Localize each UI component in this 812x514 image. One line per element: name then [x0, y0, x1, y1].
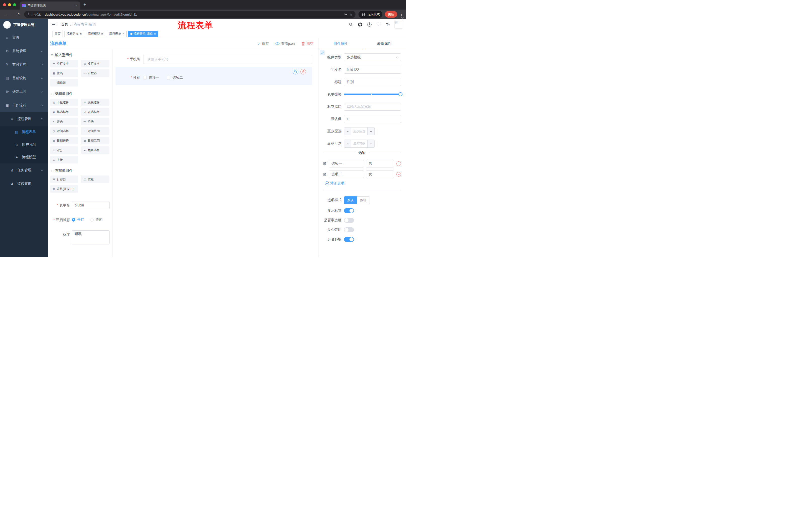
radio-on[interactable]: 开启	[72, 218, 84, 222]
close-icon[interactable]: ×	[80, 32, 82, 35]
tab-form-props[interactable]: 表单属性	[362, 38, 406, 49]
add-option-button[interactable]: + 添加选项	[325, 181, 401, 186]
field-gender-selected[interactable]: 性别 选项一 选项二	[116, 67, 312, 85]
option-value-input[interactable]	[366, 170, 394, 178]
palette-item-counter[interactable]: 123计数器	[81, 70, 109, 77]
palette-item-upload[interactable]: ↥上传	[50, 156, 78, 163]
palette-item-button[interactable]: ◫按钮	[81, 175, 109, 183]
bookmark-star-icon[interactable]: ☆	[349, 12, 352, 16]
palette-item-time-range[interactable]: ◔时间范围	[81, 127, 109, 135]
font-size-icon[interactable]: TT	[384, 21, 392, 28]
view-json-button[interactable]: 查看json	[276, 42, 295, 46]
sidebar-item-process-management[interactable]: ≣ 流程管理	[0, 112, 48, 126]
grid-slider[interactable]	[344, 90, 401, 98]
tab-close-icon[interactable]: ×	[76, 4, 78, 7]
required-switch[interactable]	[344, 237, 354, 242]
drag-handle-icon[interactable]	[323, 172, 327, 176]
decrease-button[interactable]: −	[344, 140, 351, 147]
option-label-input[interactable]	[329, 170, 364, 178]
sidebar-item-task-management[interactable]: ⋔ 任务管理	[0, 163, 48, 177]
default-value-input[interactable]	[344, 115, 401, 123]
close-icon[interactable]: ×	[101, 32, 103, 35]
tag-process-definition[interactable]: 流程定义 ×	[64, 31, 84, 37]
checkbox-option1[interactable]: 选项一	[143, 76, 159, 80]
radio-off[interactable]: 关闭	[90, 218, 103, 222]
remove-option-button[interactable]: −	[397, 172, 401, 177]
palette-item-editor[interactable]: 编辑器	[50, 79, 78, 86]
avatar[interactable]	[395, 20, 403, 29]
increase-button[interactable]: +	[367, 140, 374, 147]
min-select-placeholder[interactable]: 至少应选	[351, 128, 367, 135]
component-type-select[interactable]: 多选框组	[344, 53, 401, 61]
url-text[interactable]: dashboard.yudao.iocoder.cn/bpm/manager/f…	[45, 12, 342, 16]
style-default-button[interactable]: 默认	[344, 196, 357, 204]
palette-item-row-container[interactable]: ⊞行容器	[50, 175, 78, 183]
field-name-input[interactable]	[344, 65, 401, 74]
palette-item-checkbox-group[interactable]: ☑多选框组	[81, 108, 109, 116]
palette-item-password[interactable]: ▣密码	[50, 70, 78, 77]
sidebar-item-payment-management[interactable]: ¥ 支付管理	[0, 58, 48, 72]
maximize-window-button[interactable]	[13, 3, 16, 6]
style-button-button[interactable]: 按钮	[357, 196, 370, 204]
remove-option-button[interactable]: −	[397, 161, 401, 166]
close-icon[interactable]: ×	[154, 32, 156, 35]
delete-field-button[interactable]	[300, 69, 306, 75]
form-remark-input[interactable]: 嘿嘿	[72, 231, 110, 244]
fullscreen-icon[interactable]	[375, 21, 382, 28]
disabled-switch[interactable]	[344, 227, 354, 232]
save-button[interactable]: ✓ 保存	[258, 42, 269, 46]
option-value-input[interactable]	[366, 160, 394, 167]
tag-process-form[interactable]: 流程表单 ×	[107, 31, 127, 37]
search-icon[interactable]	[347, 21, 354, 28]
form-name-input[interactable]	[72, 201, 110, 209]
close-window-button[interactable]	[3, 3, 6, 6]
help-icon[interactable]: ?	[366, 21, 373, 28]
sidebar-item-workflow[interactable]: ▣ 工作流程	[0, 99, 48, 112]
forward-icon[interactable]: →	[9, 12, 16, 17]
sidebar-item-home[interactable]: ⌂ 首页	[0, 31, 48, 44]
decrease-button[interactable]: −	[344, 128, 351, 135]
palette-item-table[interactable]: ▦表格[开发中]	[50, 185, 78, 193]
copy-field-button[interactable]	[293, 69, 298, 75]
sidebar-item-infrastructure[interactable]: ▤ 基础设施	[0, 72, 48, 85]
option-label-input[interactable]	[329, 160, 364, 167]
max-select-placeholder[interactable]: 最多可选	[351, 140, 367, 147]
browser-menu-icon[interactable]: ⋮	[400, 12, 404, 17]
palette-item-cascader[interactable]: ⋔级联选择	[81, 99, 109, 106]
browser-tab[interactable]: ⚡ 芋道管理系统 ×	[20, 1, 80, 9]
sidebar-item-leave-query[interactable]: ♟ 请假查询	[0, 177, 48, 191]
title-input[interactable]	[344, 78, 401, 86]
minimize-window-button[interactable]	[8, 3, 11, 6]
clear-button[interactable]: 清空	[301, 42, 314, 46]
key-icon[interactable]	[343, 12, 347, 16]
label-width-input[interactable]	[344, 103, 401, 111]
increase-button[interactable]: +	[367, 128, 374, 135]
palette-item-time-picker[interactable]: ◷时间选择	[50, 127, 78, 135]
palette-item-date-range[interactable]: ▩日期范围	[81, 137, 109, 144]
tag-home[interactable]: 首页	[52, 31, 63, 37]
hamburger-icon[interactable]	[52, 23, 57, 26]
palette-item-color-picker[interactable]: ◒颜色选择	[81, 146, 109, 154]
tab-component-props[interactable]: 组件属性	[319, 38, 362, 49]
palette-item-single-line-text[interactable]: ▭单行文本	[50, 60, 78, 67]
reload-icon[interactable]: ↻	[16, 12, 22, 17]
palette-item-radio-group[interactable]: ◉单选框组	[50, 108, 78, 116]
palette-item-multi-line-text[interactable]: ▤多行文本	[81, 60, 109, 67]
sidebar-item-user-group[interactable]: ☺ 用户分组	[0, 138, 48, 151]
app-logo[interactable]: 芋道管理系统	[0, 19, 48, 31]
back-icon[interactable]: ←	[2, 12, 9, 17]
address-bar[interactable]: ⚠ 不安全 dashboard.yudao.iocoder.cn/bpm/man…	[24, 11, 355, 18]
sidebar-item-system-management[interactable]: ⚙ 系统管理	[0, 44, 48, 58]
security-label[interactable]: 不安全	[32, 12, 41, 17]
border-switch[interactable]	[344, 218, 354, 223]
drag-handle-icon[interactable]	[323, 162, 327, 166]
close-icon[interactable]: ×	[122, 32, 124, 35]
update-button[interactable]: 更新	[385, 11, 397, 18]
breadcrumb-home[interactable]: 首页	[61, 22, 68, 27]
slider-handle[interactable]	[399, 92, 403, 96]
link-button[interactable]	[320, 50, 325, 55]
field-phone[interactable]: 手机号	[116, 55, 312, 64]
palette-item-rate[interactable]: ☆评分	[50, 146, 78, 154]
palette-item-switch[interactable]: ◐开关	[50, 118, 78, 125]
show-label-switch[interactable]	[344, 208, 354, 213]
